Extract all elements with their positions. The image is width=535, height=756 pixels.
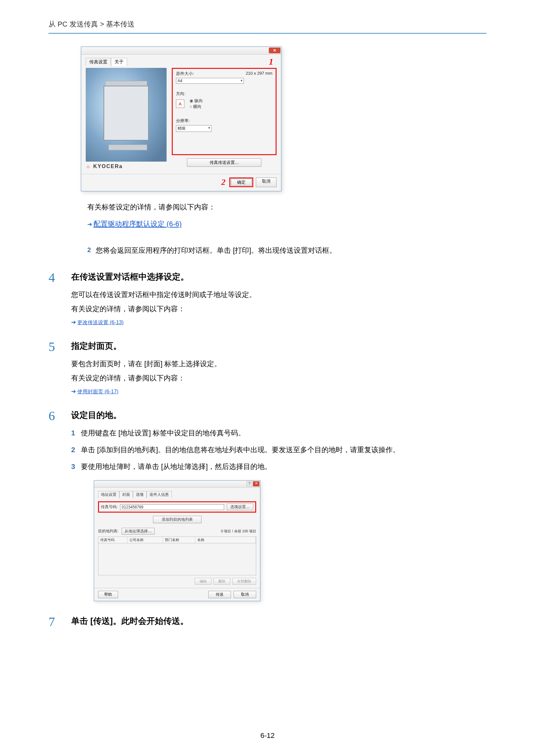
step-5-text-2: 有关设定的详情，请参阅以下内容：	[71, 371, 487, 385]
arrow-icon: ➔	[87, 221, 92, 228]
step-6-sub-1: 使用键盘在 [地址设置] 标签中设定目的地传真号码。	[81, 429, 245, 437]
col-company: 公司名称	[127, 537, 163, 543]
help-icon[interactable]: ?	[246, 481, 252, 486]
settings-highlight-box: 原件大小: 210 x 297 mm A4 方向: A 纵向	[172, 68, 276, 155]
radio-portrait[interactable]: 纵向	[189, 98, 203, 104]
step-6-sub-2: 单击 [添加到目的地列表]。目的地信息将在地址列表中出现。要发送至多个目的地时，…	[81, 446, 400, 454]
original-size-label: 原件大小:	[176, 71, 194, 77]
send-settings-dialog: ? ✕ 地址设置 封面 选项 送件人信息 传真号码: 0123456789 选项…	[94, 480, 260, 601]
step-6-title: 设定目的地。	[71, 410, 487, 421]
step-6-sub-3: 要使用地址簿时，请单击 [从地址簿选择]，然后选择目的地。	[81, 463, 272, 471]
dialog2-titlebar: ? ✕	[94, 481, 260, 488]
add-to-dest-list-button[interactable]: 添加到目的地列表	[153, 516, 202, 523]
tab-sender-info[interactable]: 送件人信息	[147, 491, 172, 498]
step-4-text-2: 有关设定的详情，请参阅以下内容：	[71, 302, 487, 316]
step-5-text-1: 要包含封面页时，请在 [封面] 标签上选择设定。	[71, 357, 487, 371]
delete-button[interactable]: 删除	[213, 578, 230, 585]
tab-about[interactable]: 关于	[111, 58, 127, 66]
link-change-send-settings[interactable]: 更改传送设置 (6-13)	[77, 320, 124, 325]
fax-number-input[interactable]: 0123456789	[120, 504, 224, 510]
fax-number-highlight-box: 传真号码: 0123456789 选项设置…	[98, 501, 256, 513]
step-4-text-1: 您可以在传送设置对话框中指定传送时间或子地址等设定。	[71, 288, 487, 302]
destination-table: 传真号码 公司名称 部门名称 名称	[98, 536, 256, 575]
send-button[interactable]: 传送	[208, 591, 231, 598]
step-7-number: 7	[48, 615, 71, 628]
size-select[interactable]: A4	[176, 78, 244, 84]
help-button[interactable]: 帮助	[98, 591, 118, 598]
arrow-icon: ➔	[71, 319, 76, 325]
ok-button[interactable]: 确定	[231, 179, 252, 185]
link-use-cover-page[interactable]: 使用封面页 (6-17)	[77, 389, 118, 394]
fax-send-settings-button[interactable]: 传真传送设置…	[187, 158, 261, 167]
step-4-title: 在传送设置对话框中选择设定。	[71, 271, 487, 283]
dest-count-text: 0 项目 / 余留 100 项目	[221, 529, 256, 534]
page-number: 6-12	[0, 731, 535, 740]
substep-number: 1	[71, 426, 81, 440]
substep-number: 3	[71, 460, 81, 474]
option-settings-button[interactable]: 选项设置…	[227, 503, 253, 510]
step-5-number: 5	[48, 340, 71, 353]
fax-settings-dialog: ✕ 传真设置 关于 1 ☼ KYOCERa	[81, 46, 281, 191]
col-name: 名称	[195, 537, 256, 543]
substep-2-number: 2	[87, 244, 96, 257]
col-fax-number: 传真号码	[98, 537, 127, 543]
resolution-label: 分辨率:	[176, 118, 272, 124]
tab-address[interactable]: 地址设置	[98, 491, 119, 498]
orientation-preview-icon: A	[176, 99, 184, 108]
link-driver-default[interactable]: 配置驱动程序默认设定 (6-6)	[94, 220, 182, 228]
col-dept: 部门名称	[163, 537, 195, 543]
step-4-number: 4	[48, 271, 71, 284]
ok-highlight-box: 确定	[229, 177, 253, 187]
substep-2-text: 您将会返回至应用程序的打印对话框。单击 [打印]。将出现传送设置对话框。	[96, 244, 336, 257]
note-text: 有关标签设定的详情，请参阅以下内容：	[87, 201, 487, 214]
original-size-value: 210 x 297 mm	[246, 71, 272, 77]
close-icon[interactable]: ✕	[253, 481, 259, 486]
step-7-title: 单击 [传送]。此时会开始传送。	[71, 615, 487, 627]
dest-list-label: 目的地列表:	[98, 528, 118, 534]
tab-options[interactable]: 选项	[133, 491, 147, 498]
tab-fax-settings[interactable]: 传真设置	[86, 58, 111, 66]
step-5-title: 指定封面页。	[71, 340, 487, 352]
cancel-button[interactable]: 取消	[234, 591, 256, 598]
tab-row: 传真设置 关于 1	[86, 58, 276, 66]
fax-number-label: 传真号码:	[101, 504, 117, 510]
callout-number-2: 2	[221, 177, 225, 187]
callout-number-1: 1	[269, 57, 273, 67]
close-icon[interactable]: ✕	[269, 47, 280, 53]
arrow-icon: ➔	[71, 388, 76, 395]
printer-image	[86, 68, 167, 162]
from-address-book-button[interactable]: 从地址簿选择…	[122, 528, 155, 535]
brand-logo: ☼ KYOCERa	[86, 164, 167, 169]
resolution-select[interactable]: 精细	[176, 125, 211, 132]
substep-number: 2	[71, 443, 81, 457]
edit-button[interactable]: 编辑	[195, 578, 211, 585]
step-6-number: 6	[48, 410, 71, 422]
dialog-titlebar: ✕	[81, 47, 281, 55]
radio-landscape[interactable]: 横向	[189, 104, 203, 110]
breadcrumb: 从 PC 发送传真 > 基本传送	[48, 19, 487, 34]
cancel-button[interactable]: 取消	[256, 177, 276, 187]
printer-preview-panel: ☼ KYOCERa	[86, 68, 167, 169]
tab-cover[interactable]: 封面	[119, 491, 133, 498]
delete-all-button[interactable]: 全部删除	[232, 578, 256, 585]
orientation-label: 方向:	[176, 91, 272, 97]
